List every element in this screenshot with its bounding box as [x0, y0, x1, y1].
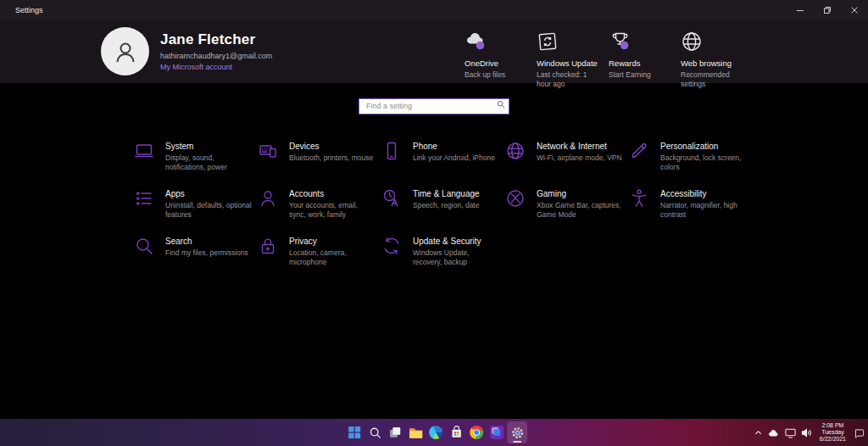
clock-date: 6/22/2021 [820, 436, 846, 443]
window-title: Settings [0, 6, 787, 14]
category-title: Privacy [289, 237, 376, 246]
microsoft-account-link[interactable]: My Microsoft account [160, 63, 272, 71]
category-text: PrivacyLocation, camera, microphone [289, 236, 376, 283]
profile-name: Jane Fletcher [160, 31, 272, 48]
category-system[interactable]: SystemDisplay, sound, notifications, pow… [134, 141, 258, 188]
quick-action-windows-update[interactable]: Windows UpdateLast checked: 1 hour ago [537, 27, 609, 89]
search-row [0, 97, 868, 113]
taskbar-store[interactable] [446, 421, 466, 443]
category-subtitle: Narrator, magnifier, high contrast [660, 201, 747, 220]
category-text: AccountsYour accounts, email, sync, work… [289, 188, 376, 236]
category-devices[interactable]: DevicesBluetooth, printers, mouse [258, 141, 381, 188]
window-controls [787, 0, 868, 20]
web-browsing-icon [681, 27, 753, 53]
category-time-language[interactable]: Time & LanguageSpeech, region, date [381, 188, 505, 236]
quick-action-title: OneDrive [465, 59, 537, 68]
category-subtitle: Link your Android, iPhone [413, 153, 495, 163]
rewards-icon [609, 27, 681, 53]
tray-volume-icon[interactable] [800, 424, 813, 441]
network-icon [505, 141, 526, 161]
system-icon [134, 141, 154, 161]
category-apps[interactable]: AppsUninstall, defaults, optional featur… [134, 188, 258, 236]
privacy-icon [258, 236, 278, 256]
category-text: AppsUninstall, defaults, optional featur… [165, 188, 252, 236]
system-tray: 2:08 PM Tuesday 6/22/2021 [752, 419, 865, 446]
taskbar-chrome[interactable] [466, 421, 487, 443]
category-text: PersonalizationBackground, lock screen, … [660, 141, 747, 188]
search-icon [134, 236, 154, 256]
onedrive-icon [465, 27, 537, 53]
user-profile: Jane Fletcher hathiramchaudhary1@gmail.c… [101, 27, 272, 75]
taskbar-task-view[interactable] [385, 421, 405, 443]
category-network-internet[interactable]: Network & InternetWi-Fi, airplane mode, … [505, 141, 629, 188]
quick-action-title: Rewards [609, 59, 681, 68]
quick-action-onedrive[interactable]: OneDriveBack up files [465, 27, 537, 89]
taskbar-taskbar-search[interactable] [364, 421, 385, 443]
windows-update-icon [537, 27, 609, 53]
category-personalization[interactable]: PersonalizationBackground, lock screen, … [629, 141, 753, 188]
category-title: Devices [289, 142, 373, 151]
category-subtitle: Windows Update, recovery, backup [413, 248, 499, 267]
chevron-up-icon[interactable] [752, 424, 765, 441]
category-title: Network & Internet [537, 142, 622, 151]
category-accessibility[interactable]: AccessibilityNarrator, magnifier, high c… [629, 188, 753, 236]
file-explorer-icon [409, 426, 423, 439]
update-security-icon [381, 236, 402, 256]
category-text: Network & InternetWi-Fi, airplane mode, … [537, 141, 622, 188]
category-subtitle: Your accounts, email, sync, work, family [289, 201, 376, 220]
category-privacy[interactable]: PrivacyLocation, camera, microphone [258, 236, 381, 283]
close-button[interactable] [841, 0, 868, 20]
taskbar-edge[interactable] [426, 421, 446, 443]
notification-bubble-icon[interactable] [853, 424, 865, 441]
search-input[interactable] [359, 98, 509, 114]
quick-action-web-browsing[interactable]: Web browsingRecommended settings [681, 27, 753, 89]
restore-button[interactable] [814, 0, 841, 20]
settings-header: Jane Fletcher hathiramchaudhary1@gmail.c… [0, 20, 868, 83]
category-search[interactable]: SearchFind my files, permissions [134, 236, 258, 283]
tray-cloud-icon[interactable] [768, 424, 781, 441]
search-box [359, 97, 509, 113]
edge-icon [429, 426, 442, 439]
time-language-icon [381, 188, 402, 209]
taskbar-pinned-app[interactable] [487, 421, 507, 443]
devices-icon [258, 141, 278, 161]
minimize-button[interactable] [787, 0, 814, 20]
category-update-security[interactable]: Update & SecurityWindows Update, recover… [381, 236, 505, 283]
accessibility-icon [629, 188, 649, 209]
category-text: PhoneLink your Android, iPhone [413, 141, 495, 188]
apps-icon [134, 188, 154, 209]
settings-category-grid: SystemDisplay, sound, notifications, pow… [134, 141, 753, 283]
category-subtitle: Uninstall, defaults, optional features [165, 201, 252, 220]
category-gaming[interactable]: GamingXbox Game Bar, captures, Game Mode [505, 188, 629, 236]
category-title: Accounts [289, 189, 376, 198]
search-icon[interactable] [497, 100, 505, 109]
profile-email: hathiramchaudhary1@gmail.com [160, 52, 272, 60]
phone-icon [381, 141, 402, 161]
category-text: Update & SecurityWindows Update, recover… [413, 236, 499, 283]
category-title: Time & Language [413, 189, 480, 198]
chrome-icon [470, 426, 483, 439]
category-accounts[interactable]: AccountsYour accounts, email, sync, work… [258, 188, 381, 236]
category-title: Gaming [537, 189, 623, 198]
person-icon [111, 37, 140, 66]
quick-action-rewards[interactable]: RewardsStart Earning [609, 27, 681, 89]
close-icon [850, 6, 859, 14]
category-title: Accessibility [660, 189, 747, 198]
category-subtitle: Location, camera, microphone [289, 248, 376, 267]
taskbar-search-icon [369, 426, 381, 439]
category-subtitle: Background, lock screen, colors [660, 153, 747, 172]
category-text: Time & LanguageSpeech, region, date [413, 188, 480, 236]
quick-action-subtitle: Last checked: 1 hour ago [537, 70, 601, 89]
taskbar-file-explorer[interactable] [405, 421, 426, 443]
category-subtitle: Display, sound, notifications, power [165, 153, 252, 172]
category-text: DevicesBluetooth, printers, mouse [289, 141, 373, 188]
minimize-icon [796, 6, 804, 14]
taskbar-clock[interactable]: 2:08 PM Tuesday 6/22/2021 [817, 422, 849, 443]
gaming-icon [505, 188, 526, 209]
category-phone[interactable]: PhoneLink your Android, iPhone [381, 141, 505, 188]
category-title: System [165, 142, 252, 151]
taskbar-settings-gear[interactable] [507, 421, 527, 443]
category-subtitle: Speech, region, date [413, 201, 480, 210]
taskbar-start[interactable] [344, 421, 364, 443]
tray-display-icon[interactable] [784, 424, 797, 441]
